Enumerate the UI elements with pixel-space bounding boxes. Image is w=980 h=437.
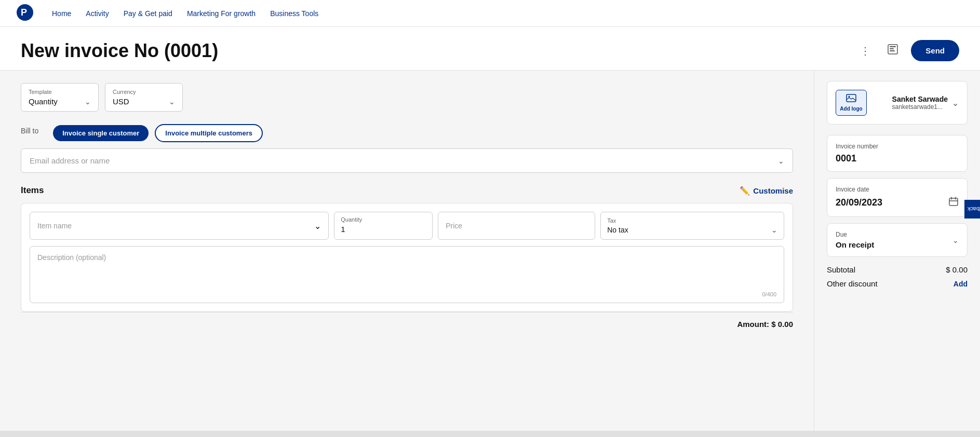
subtotal-value: $ 0.00 [946,265,968,274]
quantity-input[interactable] [341,225,426,234]
quantity-field: Quantity [334,212,433,240]
subtotal-row: Subtotal $ 0.00 [827,265,968,274]
template-label: Template [29,89,91,95]
items-title: Items [21,185,44,196]
nav-marketing[interactable]: Marketing For growth [187,9,256,18]
email-placeholder: Email address or name [30,156,110,165]
due-value: On receipt [836,240,952,249]
amount-value: $ 0.00 [771,320,793,329]
nav-pay-get-paid[interactable]: Pay & Get paid [124,9,172,18]
add-logo-button[interactable]: Add logo [836,90,867,116]
email-chevron-icon: ⌄ [778,157,784,165]
user-chevron-icon[interactable]: ⌄ [952,98,959,108]
preview-button[interactable] [883,39,903,62]
items-header: Items ✏️ Customise [21,185,793,196]
bill-to-label: Bill to [21,127,38,135]
feedback-tab[interactable]: Feedback [964,200,980,218]
invoice-date-label: Invoice date [836,186,959,193]
invoice-number-field: Invoice number [827,135,968,172]
currency-dropdown[interactable]: Currency USD ⌄ [105,83,183,112]
template-chevron-icon: ⌄ [85,98,91,106]
nav-home[interactable]: Home [52,9,71,18]
item-name-chevron-icon: ⌄ [314,221,321,231]
amount-row: Amount: $ 0.00 [21,312,793,336]
currency-chevron-icon: ⌄ [169,98,175,106]
bill-to-actions: Bill to Invoice single customer Invoice … [21,124,793,142]
invoice-number-label: Invoice number [836,143,959,150]
item-row: Item name ⌄ Quantity Price Tax [30,212,784,240]
main-layout: Template Quantity ⌄ Currency USD ⌄ Bill … [0,71,980,437]
invoice-number-input[interactable] [836,153,959,164]
due-field[interactable]: Due On receipt ⌄ [827,223,968,257]
page-header: New invoice No (0001) ⋮ Send [0,27,980,71]
nav-business-tools[interactable]: Business Tools [270,9,318,18]
svg-point-7 [849,96,850,98]
tax-field[interactable]: Tax No tax ⌄ [600,212,784,240]
item-card: Item name ⌄ Quantity Price Tax [21,203,793,312]
preview-icon [887,44,898,58]
tax-value: No tax [607,226,628,234]
description-placeholder: Description (optional) [37,253,106,262]
due-chevron-icon: ⌄ [952,236,959,244]
invoice-multiple-customers-button[interactable]: Invoice multiple customers [155,124,263,142]
feedback-label: Feedback [968,206,980,212]
customise-button[interactable]: ✏️ Customise [740,186,793,196]
page-title: New invoice No (0001) [21,40,218,62]
amount-label: Amount: [737,320,769,329]
customise-label: Customise [753,186,793,195]
sidebar-logo-section: Add logo Sanket Sarwade sanketsarwade1..… [827,81,968,125]
template-dropdown[interactable]: Template Quantity ⌄ [21,83,99,112]
image-icon [846,94,856,105]
sidebar: Add logo Sanket Sarwade sanketsarwade1..… [814,71,980,437]
svg-rect-5 [890,50,895,51]
price-field[interactable]: Price [438,212,595,240]
currency-label: Currency [113,89,175,95]
quantity-label: Quantity [341,216,426,223]
horizontal-scrollbar[interactable] [0,431,980,437]
nav-activity[interactable]: Activity [86,9,109,18]
template-value: Quantity [29,97,58,106]
svg-rect-4 [890,48,894,49]
content-area: Template Quantity ⌄ Currency USD ⌄ Bill … [0,71,814,437]
add-logo-label: Add logo [840,106,862,112]
tax-label: Tax [607,217,777,224]
user-info: Sanket Sarwade sanketsarwade1... ⌄ [892,95,959,111]
discount-label: Other discount [827,279,878,288]
tax-chevron-icon: ⌄ [771,226,777,234]
bill-to-section: Bill to Invoice single customer Invoice … [21,124,793,173]
item-name-field[interactable]: Item name ⌄ [30,212,329,240]
svg-rect-6 [847,94,856,102]
top-nav: P Home Activity Pay & Get paid Marketing… [0,0,980,27]
subtotal-label: Subtotal [827,265,855,274]
invoice-single-customer-button[interactable]: Invoice single customer [53,125,149,141]
send-button[interactable]: Send [911,40,959,61]
currency-value: USD [113,97,129,106]
description-field[interactable]: Description (optional) 0/400 [30,246,784,303]
more-icon: ⋮ [860,45,870,57]
add-discount-button[interactable]: Add [954,280,968,288]
svg-rect-3 [890,46,896,47]
pencil-icon: ✏️ [740,186,750,196]
items-section: Items ✏️ Customise Item name ⌄ Quantity [21,185,793,336]
user-email: sanketsarwade1... [892,103,948,111]
char-count: 0/400 [762,291,776,297]
calendar-icon[interactable] [948,196,959,209]
more-options-button[interactable]: ⋮ [856,40,875,61]
due-label: Due [836,231,952,238]
svg-rect-8 [949,198,958,206]
price-placeholder: Price [446,222,462,230]
invoice-date-input[interactable] [836,197,948,208]
email-input-row[interactable]: Email address or name ⌄ [21,148,793,173]
template-currency-row: Template Quantity ⌄ Currency USD ⌄ [21,83,793,112]
item-name-placeholder: Item name [37,222,72,230]
svg-text:P: P [21,7,27,18]
discount-row: Other discount Add [827,279,968,288]
user-name: Sanket Sarwade [892,95,948,103]
paypal-logo: P [17,4,37,23]
invoice-date-field: Invoice date [827,178,968,217]
header-actions: ⋮ Send [856,39,959,62]
